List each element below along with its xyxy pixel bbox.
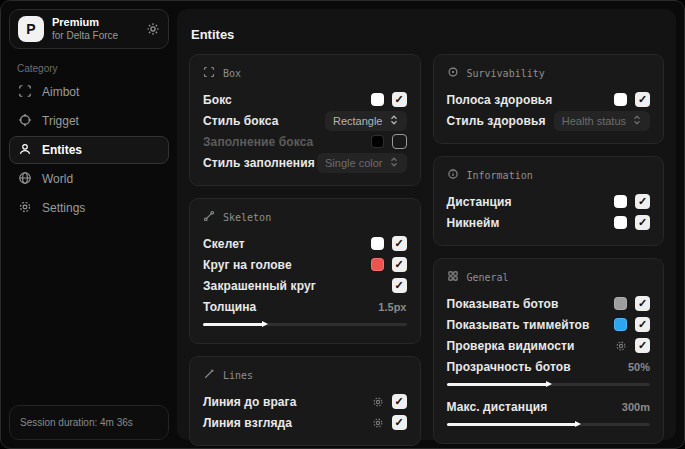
sidebar-item-aimbot[interactable]: Aimbot <box>9 78 169 106</box>
color-swatch[interactable] <box>614 93 627 106</box>
setting-row-health-style: Стиль здоровья Health status <box>447 110 651 131</box>
health-style-select[interactable]: Health status <box>554 111 650 131</box>
slider-thumb[interactable] <box>546 381 552 387</box>
checkbox-checked[interactable]: ✓ <box>392 415 407 430</box>
slider-thumb[interactable] <box>262 321 268 327</box>
chevron-up-down-icon <box>389 156 399 170</box>
bots-opacity-slider[interactable] <box>447 380 651 389</box>
setting-row-view-line: Линия взгляда ✓ <box>203 412 407 433</box>
checkbox-checked[interactable]: ✓ <box>392 236 407 251</box>
fill-style-select[interactable]: Single color <box>317 153 406 173</box>
check-icon: ✓ <box>394 280 403 291</box>
sidebar-item-label: World <box>42 172 73 186</box>
panel-general: General Показывать ботов ✓ Показывать ти… <box>433 258 665 444</box>
color-swatch[interactable] <box>614 216 627 229</box>
setting-label: Показывать ботов <box>447 297 559 311</box>
checkbox-checked[interactable]: ✓ <box>635 338 650 353</box>
setting-label: Стиль заполнения <box>203 156 315 170</box>
checkbox-checked[interactable]: ✓ <box>392 394 407 409</box>
checkbox-checked[interactable]: ✓ <box>635 317 650 332</box>
panel-lines: Lines Линия до врага ✓ <box>189 356 421 446</box>
setting-label: Стиль здоровья <box>447 114 546 128</box>
check-icon: ✓ <box>638 196 647 207</box>
setting-label: Линия взгляда <box>203 416 292 430</box>
sidebar-item-world[interactable]: World <box>9 165 169 193</box>
chevron-up-down-icon <box>389 114 399 128</box>
box-icon <box>203 66 215 80</box>
sidebar-item-label: Entites <box>42 143 82 157</box>
color-swatch[interactable] <box>614 297 627 310</box>
panel-information: Information Дистанция ✓ Никнейм ✓ <box>433 156 665 246</box>
slider-value: 50% <box>628 361 650 373</box>
color-swatch[interactable] <box>371 93 384 106</box>
checkbox-checked[interactable]: ✓ <box>392 257 407 272</box>
color-swatch[interactable] <box>371 135 384 148</box>
check-icon: ✓ <box>394 396 403 407</box>
line-icon <box>203 368 215 382</box>
color-swatch[interactable] <box>371 237 384 250</box>
gear-icon[interactable] <box>372 417 384 429</box>
setting-label: Никнейм <box>447 216 500 230</box>
sidebar-item-entites[interactable]: Entites <box>9 136 169 164</box>
checkbox-checked[interactable]: ✓ <box>635 215 650 230</box>
setting-row-enemy-line: Линия до врага ✓ <box>203 391 407 412</box>
color-swatch[interactable] <box>614 195 627 208</box>
gear-icon <box>18 200 32 217</box>
panel-columns: Box Бокс ✓ Стиль бокса Rectangle <box>189 54 664 446</box>
setting-label: Круг на голове <box>203 258 292 272</box>
check-icon: ✓ <box>638 319 647 330</box>
crosshair-icon <box>18 113 32 130</box>
check-icon: ✓ <box>638 298 647 309</box>
thickness-slider[interactable] <box>203 320 407 329</box>
max-distance-slider[interactable] <box>447 420 651 429</box>
sidebar-item-settings[interactable]: Settings <box>9 194 169 222</box>
sidebar-item-label: Aimbot <box>42 85 79 99</box>
gear-icon[interactable] <box>372 396 384 408</box>
panel-general-header: General <box>447 270 651 284</box>
sidebar-item-label: Trigget <box>42 114 79 128</box>
main-content: Entites Box Бокс <box>177 9 676 440</box>
checkbox-checked[interactable]: ✓ <box>635 92 650 107</box>
premium-title: Premium <box>52 16 138 29</box>
setting-row-visibility-check: Проверка видимости ✓ <box>447 335 651 356</box>
panel-survivability-header: Survivability <box>447 66 651 80</box>
checkbox-unchecked[interactable] <box>392 134 407 149</box>
premium-card: P Premium for Delta Force <box>9 9 169 49</box>
color-swatch[interactable] <box>371 258 384 271</box>
setting-label: Толщина <box>203 300 256 314</box>
setting-row-health-bar: Полоса здоровья ✓ <box>447 89 651 110</box>
gear-icon[interactable] <box>615 340 627 352</box>
panel-title: Survivability <box>467 68 545 79</box>
grid-icon <box>447 270 459 284</box>
check-icon: ✓ <box>638 217 647 228</box>
setting-label: Полоса здоровья <box>447 93 553 107</box>
check-icon: ✓ <box>394 238 403 249</box>
page-title: Entites <box>191 27 664 42</box>
setting-row-fill-style: Стиль заполнения Single color <box>203 152 407 173</box>
sidebar-item-label: Settings <box>42 201 85 215</box>
box-style-select[interactable]: Rectangle <box>325 111 407 131</box>
setting-label: Проверка видимости <box>447 339 575 353</box>
checkbox-checked[interactable]: ✓ <box>635 296 650 311</box>
setting-label: Стиль бокса <box>203 114 278 128</box>
color-swatch[interactable] <box>614 318 627 331</box>
setting-row-head-circle: Круг на голове ✓ <box>203 254 407 275</box>
bone-icon <box>203 210 215 224</box>
check-icon: ✓ <box>394 259 403 270</box>
gear-icon[interactable] <box>146 22 160 36</box>
setting-row-bots-opacity: Прозрачность ботов 50% <box>447 356 651 377</box>
check-icon: ✓ <box>394 94 403 105</box>
panel-title: Skeleton <box>223 212 271 223</box>
panel-title: General <box>467 272 509 283</box>
select-value: Single color <box>325 157 382 169</box>
sidebar-item-trigget[interactable]: Trigget <box>9 107 169 135</box>
slider-fill <box>447 383 549 386</box>
premium-subtitle: for Delta Force <box>52 30 138 42</box>
slider-thumb[interactable] <box>575 421 581 427</box>
checkbox-checked[interactable]: ✓ <box>392 278 407 293</box>
checkbox-checked[interactable]: ✓ <box>635 194 650 209</box>
select-value: Rectangle <box>333 115 383 127</box>
checkbox-checked[interactable]: ✓ <box>392 92 407 107</box>
setting-label: Линия до врага <box>203 395 297 409</box>
setting-label: Скелет <box>203 237 245 251</box>
